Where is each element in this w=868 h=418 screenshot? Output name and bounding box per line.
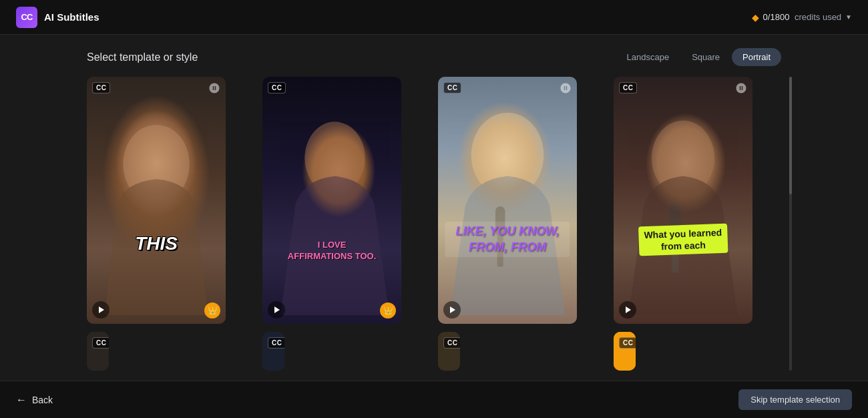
tab-portrait[interactable]: Portrait xyxy=(732,48,781,66)
section-header: Select template or style Landscape Squar… xyxy=(87,48,781,66)
cc-badge-5: CC xyxy=(92,337,109,349)
subtitle-2: I LOVE AFFIRMATIONS TOO. xyxy=(288,240,376,262)
play-button-1[interactable] xyxy=(92,301,110,319)
template-card-2[interactable]: CC I LOVE AFFIRMATIONS TOO. 👑 xyxy=(262,77,401,324)
template-grid: CC THIS 👑 xyxy=(87,77,781,324)
tab-landscape[interactable]: Landscape xyxy=(616,48,680,66)
tab-square[interactable]: Square xyxy=(681,48,730,66)
cc-badge-7: CC xyxy=(443,337,460,349)
diamond-icon: ◆ xyxy=(752,12,759,23)
premium-badge-2: 👑 xyxy=(380,302,396,319)
template-card-7[interactable]: CC xyxy=(438,332,460,371)
cc-badge-2: CC xyxy=(268,82,286,93)
template-grid-row2: CC CC CC CC xyxy=(87,332,781,371)
orientation-tabs: Landscape Square Portrait xyxy=(616,48,781,66)
scrollbar-thumb[interactable] xyxy=(789,77,792,194)
card-background-3 xyxy=(438,77,577,324)
cc-badge-1: CC xyxy=(92,82,110,93)
subtitle-1: THIS xyxy=(135,233,178,254)
premium-badge-1: 👑 xyxy=(204,302,220,319)
cc-badge-3: CC xyxy=(443,82,461,93)
template-card-1[interactable]: CC THIS 👑 xyxy=(87,77,226,324)
header-left: CC AI Subtitles xyxy=(16,7,99,28)
subtitle-4: What you learned from each xyxy=(628,225,739,254)
app-header: CC AI Subtitles ◆ 0/1800 credits used ▼ xyxy=(0,0,868,35)
cc-badge-4: CC xyxy=(619,82,637,93)
play-button-3[interactable] xyxy=(443,301,461,319)
watermark-icon-3 xyxy=(560,82,572,97)
app-logo: CC xyxy=(16,7,37,28)
card-background-2 xyxy=(262,77,401,324)
credits-section[interactable]: ◆ 0/1800 credits used ▼ xyxy=(752,12,852,23)
template-card-4[interactable]: CC What you learned from each xyxy=(614,77,752,324)
chevron-down-icon: ▼ xyxy=(845,13,852,21)
main-content: Select template or style Landscape Squar… xyxy=(0,35,868,381)
credits-used: 0/1800 credits used xyxy=(763,12,841,22)
template-grid-container: CC THIS 👑 xyxy=(87,77,781,371)
play-button-4[interactable] xyxy=(619,301,636,319)
scrollbar-track[interactable] xyxy=(789,77,792,371)
template-card-3[interactable]: CC LIKE, YOU KNOW, FROM, FROM xyxy=(438,77,577,324)
back-arrow-icon: ← xyxy=(16,394,27,406)
template-card-5[interactable]: CC xyxy=(87,332,109,371)
back-button[interactable]: ← Back xyxy=(16,394,53,406)
skip-template-button[interactable]: Skip template selection xyxy=(738,389,852,410)
footer: ← Back Skip template selection xyxy=(0,381,868,418)
section-title: Select template or style xyxy=(87,51,198,63)
watermark-icon-1 xyxy=(208,82,220,97)
card-background-1 xyxy=(87,77,226,324)
play-button-2[interactable] xyxy=(268,301,285,319)
watermark-icon-4 xyxy=(735,82,747,97)
card-background-4 xyxy=(614,77,752,324)
subtitle-3: LIKE, YOU KNOW, FROM, FROM xyxy=(445,222,570,257)
template-card-8[interactable]: CC xyxy=(614,332,636,371)
cc-badge-6: CC xyxy=(268,337,284,349)
cc-badge-8: CC xyxy=(619,337,636,349)
app-title: AI Subtitles xyxy=(44,11,99,23)
template-card-6[interactable]: CC xyxy=(262,332,284,371)
